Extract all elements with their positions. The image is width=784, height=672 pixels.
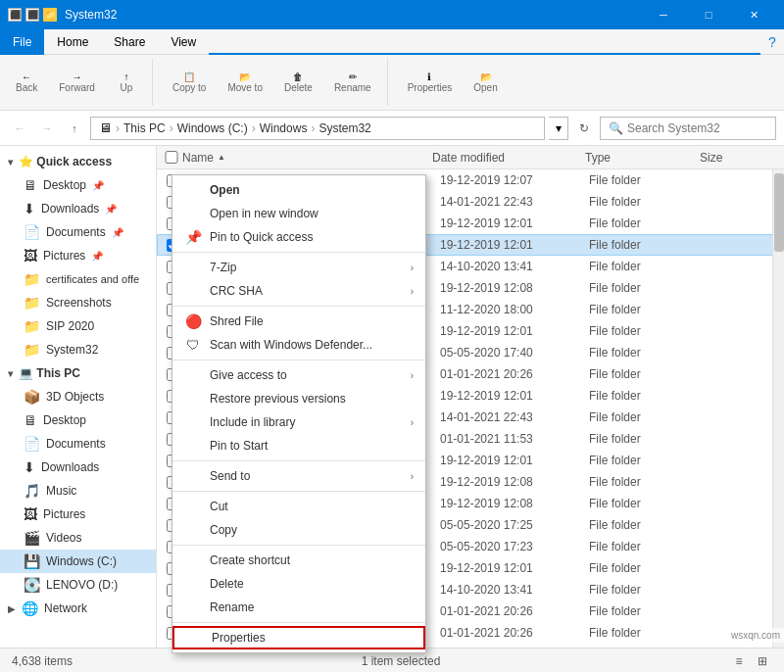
ctx-item-label: Open xyxy=(210,183,240,197)
sidebar-item-desktop-pc[interactable]: 🖥 Desktop xyxy=(0,408,156,432)
sidebar-quick-access-header[interactable]: ▾ ⭐ Quick access xyxy=(0,150,156,173)
sidebar-item-pictures-pc[interactable]: 🖼 Pictures xyxy=(0,503,156,526)
sidebar-pictures-label: Pictures xyxy=(43,249,85,263)
close-button[interactable]: ✕ xyxy=(731,0,776,29)
col-header-name[interactable]: Name ▲ xyxy=(165,151,432,165)
ribbon-back-btn[interactable]: ← Back xyxy=(8,68,45,97)
sidebar-item-certificates[interactable]: 📁 certificates and offe xyxy=(0,267,156,291)
ctx-menu-item[interactable]: Create shortcut xyxy=(172,549,425,572)
ribbon-rename-btn[interactable]: ✏ Rename xyxy=(326,68,379,97)
ctx-item-left: Include in library xyxy=(184,415,295,429)
lenovo-d-icon: 💽 xyxy=(24,577,40,593)
back-button[interactable]: ← xyxy=(8,117,31,140)
sidebar-item-videos[interactable]: 🎬 Videos xyxy=(0,526,156,550)
sidebar-item-sip2020[interactable]: 📁 SIP 2020 xyxy=(0,314,156,338)
ctx-menu-item[interactable]: Properties xyxy=(172,626,425,649)
sidebar-this-pc-header[interactable]: ▾ 💻 This PC xyxy=(0,361,156,385)
sidebar-item-downloads-pc[interactable]: ⬇ Downloads xyxy=(0,456,156,479)
scrollbar-thumb[interactable] xyxy=(774,173,784,252)
col-header-type[interactable]: Type xyxy=(585,151,700,165)
sidebar-docs-pc-label: Documents xyxy=(46,437,106,451)
pin-icon-3: 📌 xyxy=(112,227,123,238)
ribbon-forward-btn[interactable]: → Forward xyxy=(51,68,103,97)
ctx-separator xyxy=(172,460,425,461)
sidebar-item-3d[interactable]: 📦 3D Objects xyxy=(0,385,156,408)
file-date: 14-01-2021 22:43 xyxy=(440,410,589,424)
file-type: File folder xyxy=(589,303,701,316)
ctx-menu-item[interactable]: CRC SHA › xyxy=(172,279,425,303)
file-type: File folder xyxy=(589,346,701,360)
ctx-item-label: Delete xyxy=(210,577,244,591)
up-button[interactable]: ↑ xyxy=(63,117,86,140)
ctx-separator xyxy=(172,360,425,360)
address-dropdown[interactable]: ▾ xyxy=(549,117,568,140)
ctx-menu-item[interactable]: Give access to › xyxy=(172,363,425,387)
ctx-menu-item[interactable]: Open in new window xyxy=(172,202,425,225)
search-input[interactable] xyxy=(627,121,774,135)
ctx-menu-item[interactable]: 7-Zip › xyxy=(172,256,425,279)
ribbon-open-btn[interactable]: 📂 Open xyxy=(466,68,505,97)
select-all-checkbox[interactable] xyxy=(165,151,178,164)
ctx-menu-item[interactable]: 📌 Pin to Quick access xyxy=(172,225,425,249)
ctx-menu-item[interactable]: Include in library › xyxy=(172,410,425,434)
sidebar-item-network[interactable]: ▶ 🌐 Network xyxy=(0,597,156,620)
col-header-size[interactable]: Size xyxy=(700,151,776,165)
ctx-menu-item[interactable]: Send to › xyxy=(172,464,425,488)
sidebar-item-desktop[interactable]: 🖥 Desktop 📌 xyxy=(0,173,156,197)
help-button[interactable]: ? xyxy=(760,29,784,55)
sidebar-item-downloads[interactable]: ⬇ Downloads 📌 xyxy=(0,197,156,220)
address-path[interactable]: 🖥 › This PC › Windows (C:) › Windows › S… xyxy=(90,117,545,140)
ctx-menu-item[interactable]: Delete xyxy=(172,572,425,596)
docs-pc-icon: 📄 xyxy=(24,436,40,452)
sidebar-item-documents[interactable]: 📄 Documents 📌 xyxy=(0,220,156,244)
col-header-date[interactable]: Date modified xyxy=(432,151,585,165)
tab-view[interactable]: View xyxy=(158,29,209,55)
ctx-item-left: Copy xyxy=(184,523,237,537)
sidebar-item-system32[interactable]: 📁 System32 xyxy=(0,338,156,361)
ctx-menu-item[interactable]: Pin to Start xyxy=(172,434,425,457)
maximize-button[interactable]: □ xyxy=(686,0,731,29)
ctx-menu-item[interactable]: 🔴 Shred File xyxy=(172,310,425,333)
tab-share[interactable]: Share xyxy=(101,29,158,55)
tiles-view-btn[interactable]: ⊞ xyxy=(753,651,772,671)
tab-home[interactable]: Home xyxy=(44,29,101,55)
ctx-item-icon: 🔴 xyxy=(184,313,202,329)
forward-icon: → xyxy=(73,72,82,82)
ctx-item-label: 7-Zip xyxy=(210,261,236,274)
ribbon-copy-to-btn[interactable]: 📋 Copy to xyxy=(165,68,214,97)
file-date: 19-12-2019 12:01 xyxy=(440,216,589,230)
properties-icon: ℹ xyxy=(427,72,431,82)
sidebar-item-docs-pc[interactable]: 📄 Documents xyxy=(0,432,156,456)
ribbon-up-btn[interactable]: ↑ Up xyxy=(109,68,144,97)
ctx-menu-item[interactable]: Copy xyxy=(172,518,425,542)
search-box[interactable]: 🔍 xyxy=(600,117,776,140)
refresh-button[interactable]: ↻ xyxy=(572,117,596,140)
path-windows[interactable]: Windows (C:) xyxy=(177,121,248,135)
ctx-menu-item[interactable]: Cut xyxy=(172,495,425,518)
path-this-pc[interactable]: This PC xyxy=(123,121,166,135)
sort-arrow: ▲ xyxy=(218,153,225,162)
forward-button[interactable]: → xyxy=(35,117,59,140)
ribbon-properties-btn[interactable]: ℹ Properties xyxy=(400,68,461,97)
ctx-menu-item[interactable]: Rename xyxy=(172,596,425,619)
path-system32[interactable]: System32 xyxy=(318,121,370,135)
scrollbar-track[interactable] xyxy=(772,169,784,648)
sidebar-item-pictures[interactable]: 🖼 Pictures 📌 xyxy=(0,244,156,267)
file-type: File folder xyxy=(589,475,701,489)
sidebar-item-screenshots[interactable]: 📁 Screenshots xyxy=(0,291,156,314)
ribbon-move-to-btn[interactable]: 📂 Move to xyxy=(220,68,270,97)
ctx-menu-item[interactable]: 🛡 Scan with Windows Defender... xyxy=(172,333,425,357)
ctx-item-label: Pin to Quick access xyxy=(210,230,313,244)
sidebar-item-music[interactable]: 🎵 Music xyxy=(0,479,156,503)
sidebar-item-windows-c[interactable]: 💾 Windows (C:) xyxy=(0,550,156,573)
details-view-btn[interactable]: ≡ xyxy=(729,651,749,671)
ctx-menu-item[interactable]: Open xyxy=(172,178,425,202)
minimize-button[interactable]: ─ xyxy=(641,0,686,29)
watermark: wsxqn.com xyxy=(727,628,784,643)
file-date: 01-01-2021 20:26 xyxy=(440,367,589,381)
path-windows-dir[interactable]: Windows xyxy=(260,121,308,135)
tab-file[interactable]: File xyxy=(0,29,44,55)
ctx-menu-item[interactable]: Restore previous versions xyxy=(172,387,425,410)
ribbon-delete-btn[interactable]: 🗑 Delete xyxy=(276,68,320,97)
sidebar-item-lenovo-d[interactable]: 💽 LENOVO (D:) xyxy=(0,573,156,597)
